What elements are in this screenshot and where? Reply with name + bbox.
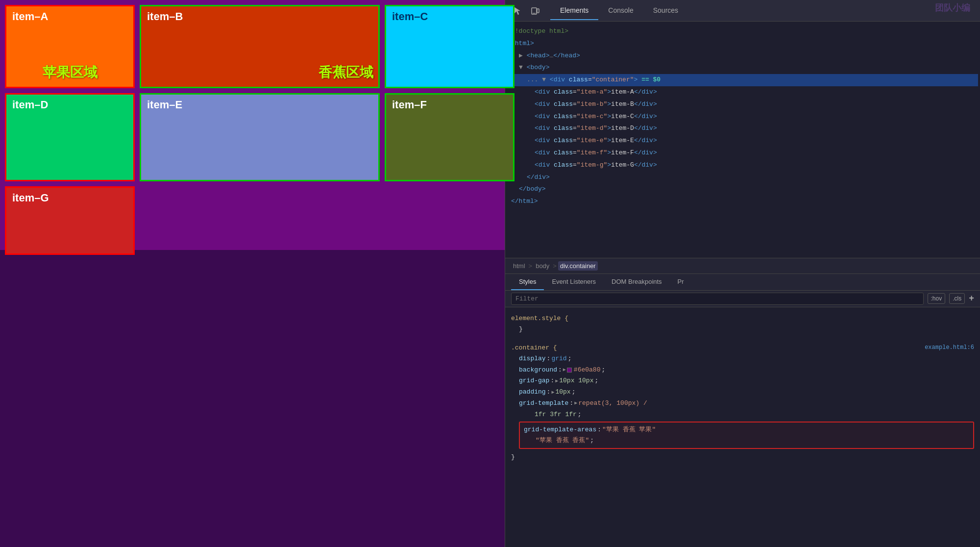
html-line-body-close[interactable]: </body>: [507, 183, 978, 196]
styles-tabs: Styles Event Listeners DOM Breakpoints P…: [505, 274, 980, 291]
style-background: background : ▶ #6e0a80 ;: [511, 365, 974, 376]
devtools-tabs: Elements Console Sources: [550, 1, 688, 20]
tab-sources[interactable]: Sources: [643, 1, 688, 20]
html-line-item-g[interactable]: <div class="item-g">item-G</div>: [507, 159, 978, 172]
html-line-div-close[interactable]: </div>: [507, 172, 978, 184]
style-grid-gap: grid-gap : ▶ 10px 10px ;: [511, 375, 974, 387]
styles-content: element.style { } .container { example.h…: [505, 307, 980, 547]
filter-bar: :hov .cls +: [505, 291, 980, 307]
item-g-label: item–G: [12, 192, 49, 204]
style-source-link[interactable]: example.html:6: [925, 343, 974, 352]
breadcrumb-container[interactable]: div.container: [558, 261, 598, 271]
style-display: display : grid ;: [511, 353, 974, 365]
style-grid-template-cont: 1fr 3fr 1fr ;: [511, 409, 974, 421]
breadcrumb-html[interactable]: html: [511, 261, 527, 271]
banana-area-label: 香蕉区域: [318, 63, 373, 82]
devtools-toolbar: Elements Console Sources: [505, 0, 980, 22]
element-style-block: element.style { }: [511, 313, 974, 335]
device-toolbar-icon-button[interactable]: [528, 3, 542, 18]
container-selector[interactable]: .container {: [511, 344, 557, 351]
style-padding: padding : ▶ 10px ;: [511, 387, 974, 398]
item-d-label: item–D: [12, 99, 48, 111]
grid-item-a: item–A 苹果区域: [5, 5, 135, 88]
cls-button[interactable]: .cls: [949, 293, 965, 304]
breadcrumb-body[interactable]: body: [534, 261, 551, 271]
style-grid-template-areas-highlighted: grid-template-areas : "苹果 香蕉 苹果" "苹果 香蕉 …: [519, 422, 974, 449]
tab-console[interactable]: Console: [598, 1, 643, 20]
html-line-item-b[interactable]: <div class="item-b">item-B</div>: [507, 99, 978, 111]
elements-html-tree: <!doctype html> <html> ▶ <head>…</head> …: [505, 22, 980, 258]
html-line-item-d[interactable]: <div class="item-d">item-D</div>: [507, 123, 978, 135]
html-line-html-close[interactable]: </html>: [507, 196, 978, 208]
html-line-html[interactable]: <html>: [507, 38, 978, 50]
tab-elements[interactable]: Elements: [550, 1, 598, 20]
html-line-item-a[interactable]: <div class="item-a">item-A</div>: [507, 86, 978, 99]
html-line-body[interactable]: ▼ <body>: [507, 62, 978, 74]
grid-item-e: item–E: [140, 93, 380, 181]
grid-item-f: item–F: [385, 93, 514, 181]
grid-item-d: item–D: [5, 93, 135, 181]
hov-button[interactable]: :hov: [928, 293, 946, 304]
item-e-label: item–E: [147, 99, 182, 111]
svg-rect-1: [537, 9, 539, 13]
html-line-item-f[interactable]: <div class="item-f">item-F</div>: [507, 147, 978, 159]
styles-tab-pr[interactable]: Pr: [670, 274, 692, 290]
styles-tab-styles[interactable]: Styles: [511, 274, 544, 290]
apple-area-label: 苹果区域: [43, 63, 98, 82]
item-b-label: item–B: [147, 10, 183, 23]
color-swatch-bg[interactable]: [567, 368, 572, 373]
html-line-item-c[interactable]: <div class="item-c">item-C</div>: [507, 111, 978, 123]
add-style-button[interactable]: +: [969, 294, 974, 303]
html-line-container[interactable]: ... ▼ <div class="container"> == $0: [507, 74, 978, 86]
grid-item-g: item–G: [5, 186, 135, 255]
item-a-label: item–A: [12, 10, 48, 23]
style-grid-template: grid-template : ▶ repeat(3, 100px) /: [511, 398, 974, 409]
element-style-selector[interactable]: element.style {: [511, 315, 568, 322]
item-f-label: item–F: [392, 99, 427, 111]
styles-tab-dom-breakpoints[interactable]: DOM Breakpoints: [604, 274, 670, 290]
filter-input[interactable]: [511, 293, 924, 305]
devtools-panel: Elements Console Sources <!doctype html>…: [505, 0, 980, 547]
item-c-label: item–C: [392, 10, 428, 23]
grid-item-c: item–C: [385, 5, 514, 88]
browser-preview-panel: item–A 苹果区域 item–B 香蕉区域 item–C item–D it…: [0, 0, 505, 547]
container-style-block: .container { example.html:6 display : gr…: [511, 343, 974, 463]
grid-item-b: item–B 香蕉区域: [140, 5, 380, 88]
html-line-item-e[interactable]: <div class="item-e">item-E</div>: [507, 135, 978, 147]
styles-tab-event-listeners[interactable]: Event Listeners: [544, 274, 604, 290]
breadcrumb: html > body > div.container: [505, 258, 980, 274]
html-line-doctype[interactable]: <!doctype html>: [507, 25, 978, 38]
html-line-head[interactable]: ▶ <head>…</head>: [507, 50, 978, 62]
css-grid-preview: item–A 苹果区域 item–B 香蕉区域 item–C item–D it…: [0, 0, 505, 250]
